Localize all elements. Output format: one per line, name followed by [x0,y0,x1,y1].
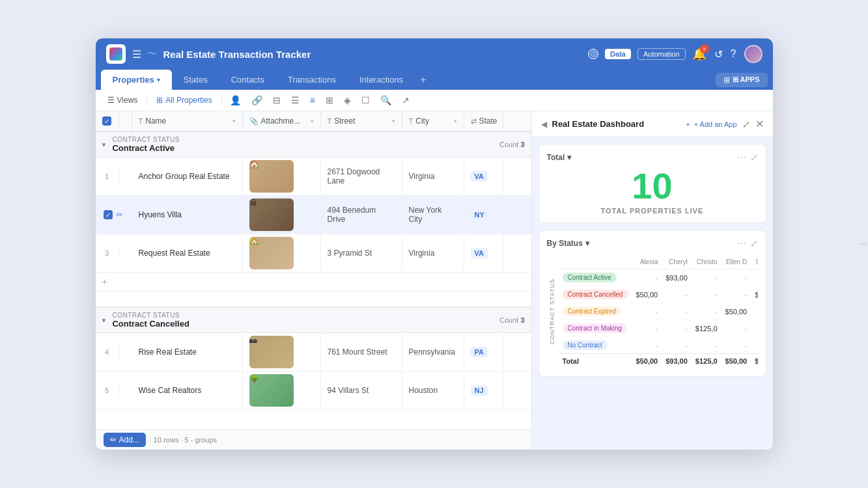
calendar-icon[interactable]: ☐ [359,94,372,107]
val-cancelled-christo: - [692,286,721,303]
val-making-christo: $125,0 [692,320,721,337]
val-expired-cheryl: - [662,303,692,320]
col-header-attachment[interactable]: 📎 Attachme... ▾ [243,111,321,131]
hide-icon[interactable]: ☰ [288,94,302,107]
owner-col-ellen: Ellen D [721,255,751,269]
total-cheryl: $93,00 [662,354,692,369]
row-drag-icon[interactable]: ⋮ [96,210,100,220]
cell-property-name: Request Real Estate [132,235,243,271]
val-none-alexia: - [632,337,662,354]
apps-button[interactable]: ⊞ ⊞ APPS [716,73,768,87]
help-icon[interactable]: ? [731,48,736,60]
user-avatar[interactable] [744,45,763,63]
select-all-check[interactable]: ✓ [96,111,119,131]
val-cancelled-cheryl: - [662,286,692,303]
row-number: 3 [96,247,119,260]
status-card: By Status ▾ ⋯ ⤢ Contract Status [539,230,766,377]
search-icon[interactable]: 🔍 [378,94,394,107]
total-ellen: $50,00 [721,354,751,369]
status-row-making: Contract in Making - - $125,0 - - [560,320,758,337]
chevron-down-icon[interactable]: ▾ [567,153,571,162]
all-properties-btn[interactable]: ⊞ All Properties [152,94,216,107]
info-badge: ⓘ [588,49,598,59]
house-icon: 🏡 [249,237,259,246]
cell-state: VA [464,235,503,271]
add-app-btn[interactable]: + + Add an App [686,120,736,128]
tab-states[interactable]: States [172,70,219,90]
col-header-city[interactable]: T City ▾ [402,111,464,131]
card-expand-icon[interactable]: ⤢ [750,152,758,163]
city-sort-icon: ▾ [454,118,457,124]
cell-attachment: 🏠 [243,157,321,195]
total-gra: $25 [751,354,757,369]
export-icon[interactable]: ↗ [399,94,412,107]
cell-property-name: Anchor Group Real Estate [132,158,243,195]
status-card-title: By Status ▾ [547,239,589,248]
add-record-btn[interactable]: ✏ Add... [104,433,146,447]
col-header-street[interactable]: T Street ▾ [321,111,402,131]
add-tab-btn[interactable]: + [415,72,431,88]
cell-property-name: Rise Real Estate [132,334,243,370]
row-edit-icon[interactable]: ✏ [117,210,123,219]
cell-city: Pennsylvania [402,334,464,370]
val-making-ellen: - [721,320,751,337]
street-sort-icon: ▾ [392,118,395,124]
cell-street: 94 Villars St [321,372,402,409]
status-card-actions: ⋯ ⤢ [737,238,758,249]
status-card-header: By Status ▾ ⋯ ⤢ [547,238,758,249]
card-settings-icon[interactable]: ⋯ [737,152,746,163]
table-row: 3 Request Real Estate 🏡 3 Pyramid St Vir… [96,234,531,273]
owner-col-alexia: Alexia [632,255,662,269]
tab-transactions[interactable]: Transactions [276,70,348,90]
history-icon[interactable]: ↺ [714,48,723,61]
notifications-btn[interactable]: 🔔 9 [692,47,707,61]
row-number: ⋮ ✓ ✏ [96,207,119,223]
checkbox-all[interactable]: ✓ [102,116,111,126]
owner-col-christo: Christo [692,255,721,269]
tab-interactions[interactable]: Interactions [348,70,415,90]
val-expired-ellen: $50,00 [721,303,751,320]
val-active-ellen: - [721,269,751,286]
collapse-icon[interactable]: ◀ [541,120,547,129]
expand-icon[interactable]: ⤢ [742,119,750,129]
status-expand-icon[interactable]: ⤢ [750,238,758,249]
cell-state: NY [464,197,503,233]
row-checkbox[interactable]: ✓ [104,210,113,219]
color-icon[interactable]: ◈ [341,94,354,107]
table-body: ▼ CONTRACT STATUS Contract Active Count … [96,131,531,429]
group-header-active[interactable]: ▼ CONTRACT STATUS Contract Active Count … [96,131,531,157]
val-active-christo: - [692,269,721,286]
notif-count: 9 [700,44,709,53]
tab-contacts[interactable]: Contacts [219,70,276,90]
columns-icon[interactable]: ≡ [307,94,318,107]
pill-contract-cancelled: Contract Cancelled [563,290,628,299]
state-badge: VA [471,171,488,182]
person-icon[interactable]: 👤 [227,94,244,107]
group-header-cancelled[interactable]: ▼ CONTRACT STATUS Contract Cancelled Cou… [96,307,531,333]
col-header-state[interactable]: ⇄ State [464,111,503,131]
house-icon: 🌳 [249,374,259,383]
close-icon[interactable]: ✕ [755,118,764,130]
val-active-alexia: - [632,269,662,286]
cell-city: Houston [402,372,464,409]
val-making-gra: - [751,320,757,337]
col-header-name[interactable]: T Name ▾ [132,111,243,131]
filter-icon[interactable]: ⊟ [270,94,283,107]
owner-table-wrap: Alexia Cheryl Christo Ellen D Gra [560,255,758,368]
status-pill-making: Contract in Making [560,320,632,337]
total-alexia: $50,00 [632,354,662,369]
chart-icon: 〜 [148,48,157,60]
menu-icon[interactable]: ☰ [132,48,141,61]
data-tag[interactable]: Data [605,49,631,59]
layout-icon[interactable]: ⊞ [323,94,336,107]
toolbar-separator [147,94,147,106]
status-settings-icon[interactable]: ⋯ [737,238,746,249]
table-row: 1 Anchor Group Real Estate 🏠 2671 Dogwoo… [96,157,531,196]
tab-properties[interactable]: Properties ▾ [101,70,172,90]
views-btn[interactable]: ☰ Views [104,94,142,107]
link-icon[interactable]: 🔗 [249,94,265,107]
main-content: ✓ T Name ▾ 📎 Attachme... ▾ T Street ▾ [96,111,773,450]
chevron-down-icon-status[interactable]: ▾ [585,239,589,248]
add-row-group1[interactable]: + [96,273,531,291]
automation-tag[interactable]: Automation [637,48,686,60]
